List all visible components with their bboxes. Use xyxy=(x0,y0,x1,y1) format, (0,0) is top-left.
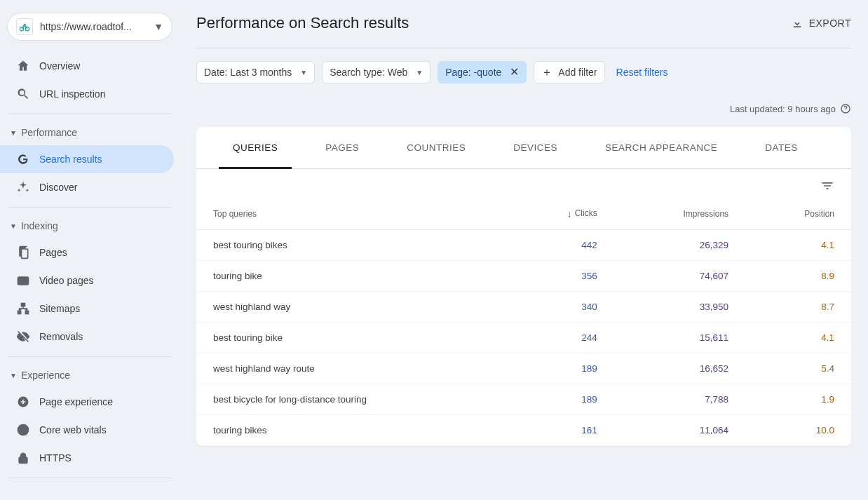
divider xyxy=(8,478,171,478)
divider xyxy=(8,114,171,114)
cell-clicks: 356 xyxy=(508,261,613,292)
cell-query: best touring bikes xyxy=(196,230,508,261)
chevron-down-icon: ▼ xyxy=(416,69,423,76)
nav-section-label: Indexing xyxy=(21,220,58,231)
nav-item-search-results[interactable]: Search results xyxy=(0,145,174,173)
export-label: EXPORT xyxy=(809,18,851,29)
google-icon xyxy=(15,152,31,166)
nav-item-overview[interactable]: Overview xyxy=(0,52,174,80)
nav-section-performance[interactable]: ▼Performance xyxy=(0,120,179,145)
chevron-down-icon: ▼ xyxy=(10,129,17,137)
filter-chip-search-type[interactable]: Search type: Web ▼ xyxy=(322,61,430,83)
nav-item-label: Discover xyxy=(39,182,77,193)
nav-section-label: Experience xyxy=(21,370,70,381)
table-row[interactable]: touring bikes16111,06410.0 xyxy=(196,415,851,446)
plus-icon: ＋ xyxy=(541,67,552,78)
col-impressions[interactable]: Impressions xyxy=(614,198,745,230)
cell-impressions: 7,788 xyxy=(614,384,745,415)
table-row[interactable]: west highland way route18916,6525.4 xyxy=(196,353,851,384)
home-icon xyxy=(15,59,31,73)
nav-section-experience[interactable]: ▼Experience xyxy=(0,363,179,388)
sort-desc-icon: ↓ xyxy=(567,208,572,219)
tab-countries[interactable]: COUNTRIES xyxy=(393,127,480,168)
cell-query: west highland way route xyxy=(196,353,508,384)
chevron-down-icon: ▼ xyxy=(10,222,17,230)
page-header: Performance on Search results EXPORT xyxy=(196,14,851,48)
cell-position: 4.1 xyxy=(745,230,851,261)
tab-pages[interactable]: PAGES xyxy=(311,127,373,168)
table-row[interactable]: best touring bike24415,6114.1 xyxy=(196,323,851,353)
nav-item-video-pages[interactable]: Video pages xyxy=(0,266,174,295)
help-icon[interactable] xyxy=(840,103,851,114)
last-updated-text: Last updated: 9 hours ago xyxy=(730,104,836,114)
cell-impressions: 26,329 xyxy=(614,230,745,261)
tabs: QUERIESPAGESCOUNTRIESDEVICESSEARCH APPEA… xyxy=(196,127,851,169)
nav-item-page-experience[interactable]: Page experience xyxy=(0,388,174,416)
cell-impressions: 15,611 xyxy=(614,323,745,353)
svg-rect-8 xyxy=(19,457,27,463)
filter-icon[interactable] xyxy=(820,179,834,193)
cell-impressions: 33,950 xyxy=(614,292,745,323)
nav-item-label: Pages xyxy=(39,247,67,258)
cell-query: touring bike xyxy=(196,261,508,292)
close-icon[interactable]: ✕ xyxy=(507,67,519,78)
nav-item-label: Search results xyxy=(39,154,102,165)
table-row[interactable]: best touring bikes44226,3294.1 xyxy=(196,230,851,261)
table-toolbar xyxy=(196,169,851,198)
cell-query: west highland way xyxy=(196,292,508,323)
svg-rect-5 xyxy=(25,311,28,313)
nav-item-core-web-vitals[interactable]: Core web vitals xyxy=(0,416,174,444)
cell-clicks: 161 xyxy=(508,415,613,446)
chevron-down-icon: ▼ xyxy=(300,69,307,76)
cell-impressions: 16,652 xyxy=(614,353,745,384)
property-selector[interactable]: https://www.roadtof... ▼ xyxy=(7,13,172,41)
cell-clicks: 442 xyxy=(508,230,613,261)
nav-item-label: URL inspection xyxy=(39,88,105,100)
tab-dates[interactable]: DATES xyxy=(751,127,812,168)
tab-search-appearance[interactable]: SEARCH APPEARANCE xyxy=(591,127,731,168)
table-row[interactable]: west highland way34033,9508.7 xyxy=(196,292,851,323)
nav-item-removals[interactable]: Removals xyxy=(0,323,174,351)
cell-query: touring bikes xyxy=(196,415,508,446)
reset-filters-link[interactable]: Reset filters xyxy=(616,67,668,78)
svg-rect-3 xyxy=(22,304,25,306)
cell-position: 10.0 xyxy=(745,415,851,446)
nav-item-label: Overview xyxy=(39,60,80,72)
pages-icon xyxy=(15,245,31,259)
nav-item-discover[interactable]: Discover xyxy=(0,173,174,201)
filter-page-label: Page: -quote xyxy=(445,67,501,78)
nav-item-https[interactable]: HTTPS xyxy=(0,444,174,472)
tab-devices[interactable]: DEVICES xyxy=(499,127,571,168)
cell-clicks: 340 xyxy=(508,292,613,323)
table-row[interactable]: best bicycle for long-distance touring18… xyxy=(196,384,851,415)
cell-position: 8.7 xyxy=(745,292,851,323)
tab-queries[interactable]: QUERIES xyxy=(219,127,292,169)
property-url: https://www.roadtof... xyxy=(40,21,154,32)
sitemap-icon xyxy=(15,302,31,316)
download-icon xyxy=(791,17,803,29)
nav-item-label: Removals xyxy=(39,331,83,342)
page-title: Performance on Search results xyxy=(196,14,409,32)
nav-section-indexing[interactable]: ▼Indexing xyxy=(0,213,179,238)
cell-clicks: 189 xyxy=(508,384,613,415)
results-card: QUERIESPAGESCOUNTRIESDEVICESSEARCH APPEA… xyxy=(196,127,851,446)
nav-item-sitemaps[interactable]: Sitemaps xyxy=(0,295,174,323)
table-row[interactable]: touring bike35674,6078.9 xyxy=(196,261,851,292)
filter-chip-page[interactable]: Page: -quote ✕ xyxy=(438,61,527,83)
bike-icon xyxy=(16,18,33,35)
chevron-down-icon: ▼ xyxy=(154,21,163,32)
circle-plus-icon xyxy=(15,395,31,409)
col-query[interactable]: Top queries xyxy=(196,198,508,230)
cell-position: 4.1 xyxy=(745,323,851,353)
nav-section-label: Performance xyxy=(21,127,77,138)
col-position[interactable]: Position xyxy=(745,198,851,230)
cell-clicks: 244 xyxy=(508,323,613,353)
cell-clicks: 189 xyxy=(508,353,613,384)
nav-item-label: Core web vitals xyxy=(39,424,107,435)
col-clicks[interactable]: ↓Clicks xyxy=(508,198,613,230)
add-filter-button[interactable]: ＋ Add filter xyxy=(534,61,604,83)
nav-item-url-inspection[interactable]: URL inspection xyxy=(0,80,174,108)
export-button[interactable]: EXPORT xyxy=(791,17,851,29)
nav-item-pages[interactable]: Pages xyxy=(0,238,174,266)
filter-chip-date[interactable]: Date: Last 3 months ▼ xyxy=(196,61,315,83)
